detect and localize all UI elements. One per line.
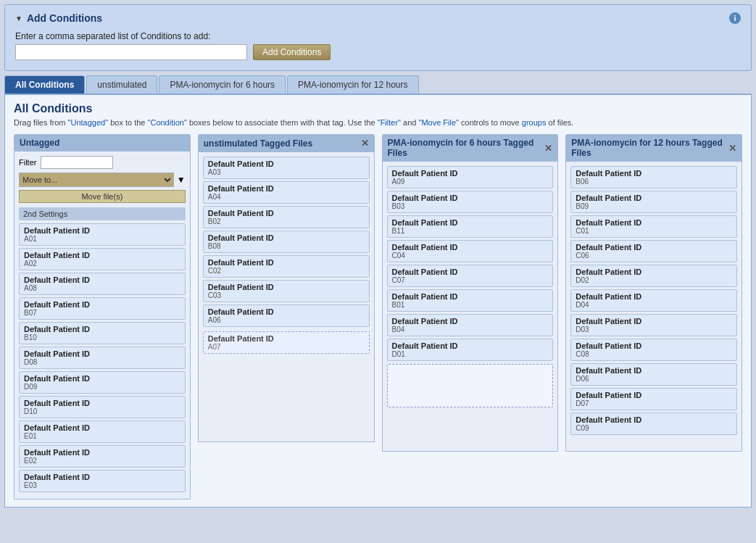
file-item[interactable]: Default Patient IDA04 (203, 181, 370, 204)
file-item[interactable]: Default Patient IDA08 (19, 273, 186, 295)
patient-id: Default Patient ID (208, 184, 365, 193)
tab-all-conditions[interactable]: All Conditions (4, 75, 85, 94)
file-item[interactable]: Default Patient IDD08 (19, 347, 186, 369)
patient-id: Default Patient ID (392, 317, 549, 326)
file-item[interactable]: Default Patient IDC02 (203, 255, 370, 278)
patient-sub: C01 (576, 227, 732, 235)
pma6h-close-button[interactable]: ✕ (544, 143, 552, 154)
panel-title: Add Conditions (27, 12, 102, 24)
tab-pma12h[interactable]: PMA-ionomycin for 12 hours (287, 75, 418, 94)
unstimulated-close-button[interactable]: ✕ (361, 138, 369, 149)
file-item[interactable]: Default Patient IDA06 (203, 304, 370, 327)
info-icon[interactable]: i (729, 12, 741, 24)
patient-id: Default Patient ID (24, 349, 180, 358)
file-item[interactable]: Default Patient IDB04 (387, 314, 554, 336)
patient-sub: B03 (392, 202, 549, 210)
file-item[interactable]: Default Patient IDC03 (203, 280, 370, 302)
filter-input[interactable] (41, 156, 113, 169)
patient-sub: A03 (208, 168, 365, 176)
patient-sub: B10 (24, 333, 180, 341)
file-item[interactable]: Default Patient IDB09 (570, 191, 737, 213)
ghost-patient-id: Default Patient ID (208, 334, 365, 343)
file-item[interactable]: Default Patient IDB10 (19, 322, 186, 344)
conditions-input[interactable] (15, 44, 247, 60)
move-files-button[interactable]: Move file(s) (19, 190, 186, 203)
patient-id: Default Patient ID (208, 283, 365, 291)
file-item[interactable]: Default Patient IDD01 (387, 339, 554, 361)
move-to-select[interactable]: Move to... (19, 173, 174, 187)
file-item[interactable]: Default Patient IDB11 (387, 215, 554, 238)
patient-id: Default Patient ID (392, 169, 549, 178)
patient-id: Default Patient ID (24, 448, 180, 457)
patient-sub: B09 (576, 202, 732, 210)
pma6h-files-list: Default Patient IDA09Default Patient IDB… (387, 166, 554, 361)
file-item[interactable]: Default Patient IDD09 (19, 371, 186, 394)
file-item[interactable]: Default Patient IDE03 (19, 470, 186, 492)
patient-sub: D02 (576, 276, 732, 284)
pma6h-column: PMA-ionomycin for 6 hours Tagged Files ✕… (382, 134, 559, 452)
unstimulated-files-list: Default Patient IDA03Default Patient IDA… (203, 157, 370, 327)
file-item[interactable]: Default Patient IDC01 (570, 215, 737, 238)
file-item[interactable]: Default Patient IDD02 (570, 265, 737, 287)
untagged-body: Filter Move to... ▼ Move file(s) 2nd Set… (14, 152, 191, 500)
patient-sub: D01 (392, 350, 549, 358)
file-item[interactable]: Default Patient IDC09 (570, 413, 737, 435)
pma6h-drop-zone[interactable] (387, 364, 554, 407)
file-item[interactable]: Default Patient IDD06 (570, 363, 737, 386)
tab-unstimulated[interactable]: unstimulated (86, 75, 157, 94)
patient-sub: D08 (24, 358, 180, 366)
patient-sub: A06 (208, 316, 365, 324)
patient-id: Default Patient ID (576, 194, 732, 202)
unstimulated-body: Default Patient IDA03Default Patient IDA… (198, 152, 375, 442)
input-label: Enter a comma separated list of Conditio… (15, 31, 210, 41)
file-item[interactable]: Default Patient IDD07 (570, 388, 737, 410)
patient-id: Default Patient ID (576, 391, 732, 399)
tab-pma6h[interactable]: PMA-ionomycin for 6 hours (159, 75, 286, 94)
file-item[interactable]: Default Patient IDD10 (19, 396, 186, 418)
dragging-ghost-item: Default Patient ID A07 (203, 331, 370, 354)
settings-bar[interactable]: 2nd Settings (19, 207, 186, 220)
file-item[interactable]: Default Patient IDC06 (570, 240, 737, 262)
file-item[interactable]: Default Patient IDA09 (387, 166, 554, 188)
file-item[interactable]: Default Patient IDE02 (19, 445, 186, 468)
patient-sub: B11 (392, 227, 549, 235)
untagged-header: Untagged (14, 134, 191, 152)
patient-id: Default Patient ID (576, 341, 732, 350)
add-conditions-button[interactable]: Add Conditions (253, 44, 331, 60)
patient-id: Default Patient ID (392, 243, 549, 252)
file-item[interactable]: Default Patient IDA02 (19, 248, 186, 270)
patient-id: Default Patient ID (208, 159, 365, 168)
input-row: Enter a comma separated list of Conditio… (15, 31, 741, 41)
patient-sub: B02 (208, 217, 365, 225)
patient-sub: B01 (392, 301, 549, 309)
patient-sub: D07 (576, 399, 732, 407)
patient-id: Default Patient ID (24, 325, 180, 333)
unstimulated-header: unstimulated Tagged Files ✕ (198, 134, 375, 152)
panel-title-bar: ▼ Add Conditions i (15, 12, 741, 24)
patient-sub: A08 (24, 284, 180, 292)
patient-sub: D04 (576, 301, 732, 309)
file-item[interactable]: Default Patient IDC04 (387, 240, 554, 262)
patient-id: Default Patient ID (24, 251, 180, 260)
file-item[interactable]: Default Patient IDB02 (203, 206, 370, 228)
file-item[interactable]: Default Patient IDC08 (570, 339, 737, 361)
unstimulated-column: unstimulated Tagged Files ✕ Default Pati… (198, 134, 375, 442)
file-item[interactable]: Default Patient IDB03 (387, 191, 554, 213)
file-item[interactable]: Default Patient IDA01 (19, 223, 186, 246)
untagged-title: Untagged (20, 138, 59, 148)
file-item[interactable]: Default Patient IDC07 (387, 265, 554, 287)
patient-sub: C07 (392, 276, 549, 284)
file-item[interactable]: Default Patient IDA03 (203, 157, 370, 179)
file-item[interactable]: Default Patient IDE01 (19, 420, 186, 443)
file-item[interactable]: Default Patient IDB06 (570, 166, 737, 188)
file-item[interactable]: Default Patient IDB07 (19, 297, 186, 320)
patient-sub: D03 (576, 326, 732, 333)
patient-sub: C08 (576, 350, 732, 358)
file-item[interactable]: Default Patient IDB08 (203, 231, 370, 253)
file-item[interactable]: Default Patient IDB01 (387, 289, 554, 312)
unstimulated-title: unstimulated Tagged Files (204, 138, 312, 149)
file-item[interactable]: Default Patient IDD03 (570, 314, 737, 336)
pma12h-close-button[interactable]: ✕ (728, 143, 736, 154)
file-item[interactable]: Default Patient IDD04 (570, 289, 737, 312)
collapse-icon[interactable]: ▼ (15, 14, 22, 22)
